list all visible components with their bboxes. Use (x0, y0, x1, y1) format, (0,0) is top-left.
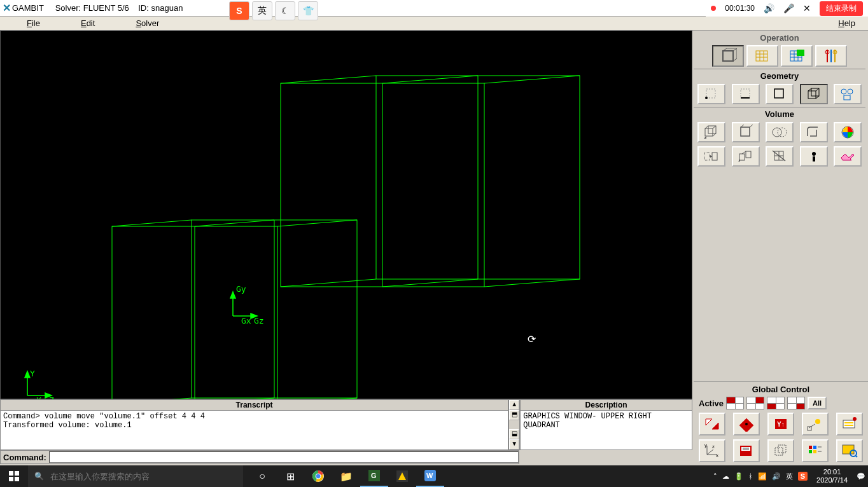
chrome-icon[interactable] (304, 465, 332, 487)
svg-point-95 (815, 419, 820, 424)
svg-rect-123 (9, 471, 13, 476)
transcript-scrollbar[interactable]: ▲ ⬒ ⬓ ▼ (508, 399, 520, 450)
svg-rect-109 (741, 447, 750, 451)
svg-rect-55 (808, 91, 816, 99)
blend-volume-button[interactable] (800, 122, 828, 142)
app-task-icon[interactable] (388, 465, 416, 487)
tray-chevron-up-icon[interactable]: ˄ (713, 472, 717, 481)
record-indicator-icon (711, 6, 716, 11)
stop-record-button[interactable]: 结束录制 (820, 1, 863, 16)
shirt-icon[interactable]: 👕 (298, 1, 318, 20)
sogou-icon[interactable]: S (229, 1, 249, 20)
task-view-icon[interactable]: ⊞ (276, 465, 304, 487)
svg-line-13 (277, 220, 357, 226)
quadrant-tl-button[interactable] (726, 397, 744, 409)
annotate-button[interactable] (836, 413, 863, 436)
examine-button[interactable] (836, 439, 863, 462)
form-volume-button[interactable] (732, 122, 760, 142)
select-button[interactable] (733, 413, 760, 436)
volume-icon[interactable]: 🔊 (772, 472, 781, 481)
close-recorder-icon[interactable]: ✕ (803, 3, 811, 13)
svg-line-65 (705, 126, 708, 128)
battery-icon[interactable]: 🔋 (734, 472, 743, 481)
render-button[interactable] (767, 439, 794, 462)
group-button[interactable] (834, 84, 862, 104)
quadrant-br-button[interactable] (787, 397, 805, 409)
svg-rect-69 (741, 127, 750, 136)
notifications-icon[interactable]: 💬 (857, 472, 865, 481)
cortana-icon[interactable]: ○ (248, 465, 276, 487)
scroll-up-icon[interactable]: ▲ (509, 400, 519, 410)
shade-button[interactable] (733, 439, 760, 462)
speaker-icon[interactable]: 🔊 (764, 3, 774, 13)
svg-line-66 (713, 126, 716, 128)
boolean-volume-button[interactable] (766, 122, 794, 142)
edge-button[interactable] (732, 84, 760, 104)
svg-rect-116 (813, 446, 816, 449)
global-control-title: Global Control (695, 383, 867, 395)
mic-icon[interactable]: 🎤 (783, 3, 794, 13)
quadrant-all-button[interactable]: All (808, 397, 827, 409)
visibility-button[interactable] (802, 439, 829, 462)
windows-taskbar: 🔍 ○ ⊞ 📁 G W ˄ ☁ 🔋 ᚼ 📶 🔊 英 S 20:01 2020/7… (0, 465, 868, 487)
transcript-line1: Command> volume move "volume.1" offset 4… (3, 412, 205, 421)
command-label: Command: (1, 453, 49, 462)
wifi-icon[interactable]: 📶 (758, 472, 767, 481)
volume-button[interactable] (800, 84, 828, 104)
file-explorer-icon[interactable]: 📁 (332, 465, 360, 487)
move-volume-button[interactable] (697, 146, 725, 167)
graphics-viewport[interactable]: Gy Gx Gz Y X Z ⟳ (0, 31, 692, 399)
quadrant-tr-button[interactable] (746, 397, 764, 409)
svg-rect-125 (9, 477, 13, 481)
axis-display-button[interactable]: yxz (699, 439, 725, 462)
onedrive-icon[interactable]: ☁ (722, 472, 729, 481)
zones-op-button[interactable] (781, 45, 813, 67)
svg-line-30 (733, 48, 737, 51)
face-button[interactable] (766, 84, 794, 104)
bluetooth-icon[interactable]: ᚼ (748, 472, 753, 480)
clock[interactable]: 20:01 2020/7/14 (813, 468, 851, 484)
svg-rect-112 (775, 448, 783, 455)
svg-rect-98 (843, 420, 855, 428)
start-button[interactable] (0, 465, 28, 487)
scroll-page-up-icon[interactable]: ⬒ (509, 410, 519, 420)
svg-point-92 (745, 423, 748, 425)
light-button[interactable] (802, 413, 829, 436)
moon-icon[interactable]: ☾ (275, 1, 295, 20)
ime-indicator[interactable]: 英 (786, 472, 793, 481)
svg-rect-75 (704, 153, 710, 160)
merge-volume-button[interactable] (766, 146, 794, 167)
delete-volume-button[interactable] (834, 146, 862, 167)
app-title: GAMBIT Solver: FLUENT 5/6 ID: snaguan (12, 3, 183, 13)
color-volume-button[interactable] (834, 122, 862, 142)
search-input[interactable] (50, 472, 237, 481)
quadrant-bl-button[interactable] (767, 397, 785, 409)
fit-button[interactable] (699, 413, 725, 436)
menu-file[interactable]: File (6, 17, 60, 29)
create-volume-button[interactable] (697, 122, 725, 142)
svg-point-72 (773, 128, 781, 137)
summarize-volume-button[interactable] (800, 146, 828, 167)
axis-gy-label: Gy (236, 284, 246, 294)
ime-lang-button[interactable]: 英 (252, 1, 272, 20)
wps-task-icon[interactable]: W (416, 465, 444, 487)
taskbar-search[interactable]: 🔍 (28, 465, 243, 487)
solver-label: Solver: (55, 3, 81, 13)
vertex-button[interactable] (697, 84, 725, 104)
svg-text:y: y (704, 443, 707, 448)
tools-op-button[interactable] (815, 45, 847, 67)
scroll-down-icon[interactable]: ▼ (509, 439, 519, 449)
mesh-op-button[interactable] (746, 45, 778, 67)
scroll-page-down-icon[interactable]: ⬓ (509, 429, 519, 439)
orient-button[interactable]: Y↑ (767, 413, 794, 436)
svg-text:W: W (426, 472, 433, 479)
split-volume-button[interactable] (732, 146, 760, 167)
menu-solver[interactable]: Solver (115, 17, 179, 29)
menu-help[interactable]: Help (818, 17, 862, 29)
sogou-tray-icon[interactable]: S (798, 472, 808, 481)
svg-point-129 (316, 474, 321, 479)
geometry-op-button[interactable] (712, 45, 744, 67)
menu-edit[interactable]: Edit (60, 17, 115, 29)
gambit-task-icon[interactable]: G (360, 465, 388, 487)
command-input[interactable] (49, 451, 519, 463)
